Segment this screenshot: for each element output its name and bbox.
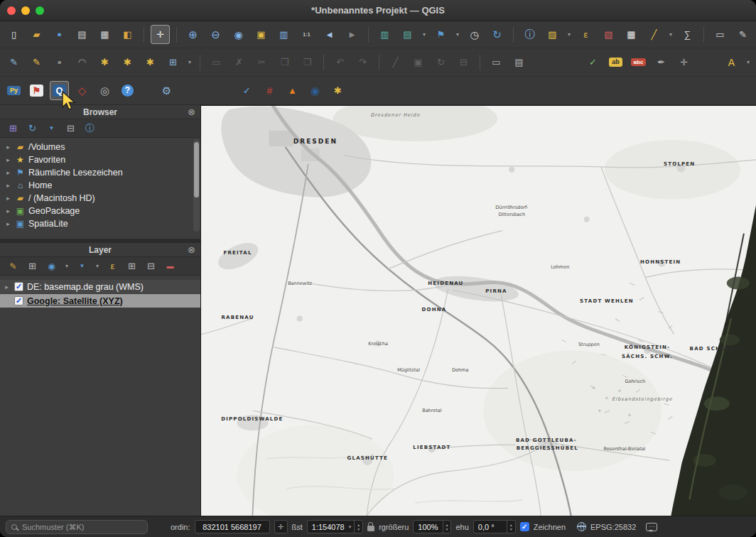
plugin-globe-icon[interactable]: ◉ <box>306 81 325 100</box>
spatial-bookmarks-icon[interactable]: ⚑ <box>431 25 450 44</box>
expand-icon[interactable]: ▸ <box>4 156 12 163</box>
coordinate-extents-toggle-icon[interactable]: ✛ <box>274 520 288 533</box>
rotation-spinbox[interactable]: 0,0 ° ▲▼ <box>473 520 516 533</box>
scale-combobox[interactable]: 1:154078 ▾ ▲▼ <box>307 520 363 533</box>
dropdown-caret-icon[interactable]: ▾ <box>94 263 101 269</box>
help-contents-icon[interactable]: ? <box>118 81 137 100</box>
browser-item-macintosh-hd[interactable]: ▸▰/ (Macintosh HD) <box>3 192 200 205</box>
search-plugin-icon[interactable]: ◎ <box>95 81 114 100</box>
collapse-all-layers-icon[interactable]: ⊟ <box>144 259 158 273</box>
geometry-checker-icon[interactable]: ◇ <box>72 81 92 100</box>
copy-features-icon[interactable]: ❐ <box>275 53 294 72</box>
dropdown-caret-icon[interactable]: ▾ <box>421 31 428 38</box>
text-annotation-icon[interactable]: ▭ <box>487 53 506 72</box>
browser-item-favoriten[interactable]: ▸★Favoriten <box>3 153 200 166</box>
zoom-to-selection-icon[interactable]: ▣ <box>252 25 271 44</box>
expand-icon[interactable]: ▸ <box>4 169 12 176</box>
close-browser-panel-icon[interactable]: ⊗ <box>188 107 195 117</box>
zoom-next-icon[interactable]: ▶ <box>342 25 362 44</box>
zoom-to-layer-icon[interactable]: ▥ <box>274 25 293 44</box>
magnifier-stepper[interactable]: ▲▼ <box>443 521 451 533</box>
expand-icon[interactable]: ▸ <box>4 220 12 227</box>
deselect-features-icon[interactable]: ▧ <box>599 25 618 44</box>
rotate-feature-icon[interactable]: ↻ <box>431 53 450 72</box>
plugin-wand-icon[interactable]: ✓ <box>237 81 256 100</box>
locator-search[interactable] <box>6 520 148 534</box>
filter-legend-icon[interactable]: ▼ <box>75 259 90 273</box>
show-layout-manager-icon[interactable]: ▦ <box>95 25 114 44</box>
map-tips-icon[interactable]: ▭ <box>711 25 730 44</box>
layer-item[interactable]: ▸✓Google: Satellite (XYZ) <box>0 294 200 308</box>
new-project-icon[interactable]: ▯ <box>4 25 23 44</box>
expand-icon[interactable]: ▸ <box>4 182 12 189</box>
open-project-icon[interactable]: ▰ <box>27 25 46 44</box>
save-project-icon[interactable]: ▪ <box>50 25 69 44</box>
move-label-icon[interactable]: ✛ <box>674 53 693 72</box>
refresh-browser-icon[interactable]: ↻ <box>25 121 40 136</box>
expand-icon[interactable]: ▸ <box>4 195 12 202</box>
modify-attributes-icon[interactable]: ▭ <box>207 53 226 72</box>
render-checkbox[interactable]: ✓ <box>520 522 529 531</box>
expand-icon[interactable]: ▸ <box>4 207 12 215</box>
highlight-pinned-labels-icon[interactable]: ✓ <box>583 53 603 72</box>
expand-icon[interactable]: ▸ <box>3 283 11 291</box>
new-annotation-icon[interactable]: ✎ <box>733 25 752 44</box>
capture-line-icon[interactable]: ✱ <box>118 53 137 72</box>
browser-item-spatialite[interactable]: ▸▣SpatiaLite <box>3 217 200 230</box>
redo-icon[interactable]: ↷ <box>353 53 372 72</box>
coordinate-input[interactable] <box>200 522 265 532</box>
python-console-icon[interactable]: Py <box>4 81 23 100</box>
temporal-controller-icon[interactable]: ◷ <box>465 25 484 44</box>
scale-lock-icon[interactable] <box>367 526 374 531</box>
split-features-icon[interactable]: ╱ <box>386 53 405 72</box>
locator-search-input[interactable] <box>21 522 142 532</box>
new-3d-map-view-icon[interactable]: ▤ <box>398 25 417 44</box>
zoom-last-icon[interactable]: ◀ <box>320 25 339 44</box>
change-label-icon[interactable]: A <box>722 53 741 72</box>
metasearch-icon[interactable]: Q <box>50 81 69 100</box>
filter-by-expression-icon[interactable]: ε <box>105 259 120 273</box>
close-window-button[interactable] <box>7 6 16 15</box>
toggle-editing-icon[interactable]: ✎ <box>27 53 46 72</box>
expand-all-layers-icon[interactable]: ⊞ <box>124 259 139 273</box>
plugin-fox-icon[interactable]: ▲ <box>283 81 302 100</box>
save-layer-edits-icon[interactable]: ▪ <box>50 53 69 72</box>
select-by-expression-icon[interactable]: ε <box>576 25 595 44</box>
refresh-map-icon[interactable]: ↻ <box>487 25 507 44</box>
form-annotation-icon[interactable]: ▤ <box>509 53 529 72</box>
rule-based-labels-icon[interactable]: abc <box>629 53 648 72</box>
rotation-stepper[interactable]: ▲▼ <box>507 521 515 533</box>
browser-item-volumes[interactable]: ▸▰/Volumes <box>3 141 200 153</box>
pin-unpin-labels-icon[interactable]: ✒ <box>652 53 671 72</box>
trim-extend-icon[interactable]: ⊟ <box>454 53 473 72</box>
cut-features-icon[interactable]: ✂ <box>252 53 271 72</box>
add-selected-layers-icon[interactable]: ⊞ <box>6 121 21 136</box>
select-features-icon[interactable]: ▨ <box>543 25 562 44</box>
dropdown-caret-icon[interactable]: ▾ <box>63 263 70 269</box>
zoom-full-icon[interactable]: ◉ <box>229 25 248 44</box>
processing-toolbox-icon[interactable]: ⚙ <box>157 81 176 100</box>
magnifier-combobox[interactable]: 100% ▲▼ <box>413 520 451 533</box>
measure-line-icon[interactable]: ╱ <box>644 25 664 44</box>
layer-item[interactable]: ▸✓DE: basemap.de grau (WMS) <box>0 280 200 293</box>
new-print-layout-icon[interactable]: ▤ <box>72 25 92 44</box>
style-manager-icon[interactable]: ◧ <box>118 25 137 44</box>
dropdown-caret-icon[interactable]: ▾ <box>667 31 674 38</box>
remove-layer-icon[interactable]: ▬ <box>163 259 178 273</box>
identify-features-icon[interactable]: ⓘ <box>520 25 539 44</box>
current-edits-icon[interactable]: ✎ <box>4 53 23 72</box>
fullscreen-window-button[interactable] <box>36 6 44 15</box>
open-layer-styling-icon[interactable]: ✎ <box>6 259 21 273</box>
zoom-out-icon[interactable]: ⊖ <box>206 25 225 44</box>
delete-selected-icon[interactable]: ✗ <box>230 53 249 72</box>
dropdown-caret-icon[interactable]: ▾ <box>566 31 573 38</box>
plugin-hash-icon[interactable]: # <box>260 81 279 100</box>
crs-status[interactable]: EPSG:25832 <box>590 523 636 531</box>
undo-icon[interactable]: ↶ <box>330 53 350 72</box>
zoom-native-icon[interactable]: 1:1 <box>297 25 316 44</box>
expand-icon[interactable]: ▸ <box>3 298 11 305</box>
close-layers-panel-icon[interactable]: ⊗ <box>188 244 195 255</box>
quickmapservices-icon[interactable]: ⚑ <box>27 81 46 100</box>
add-group-icon[interactable]: ⊞ <box>25 259 40 273</box>
dropdown-caret-icon[interactable]: ▾ <box>745 59 752 65</box>
